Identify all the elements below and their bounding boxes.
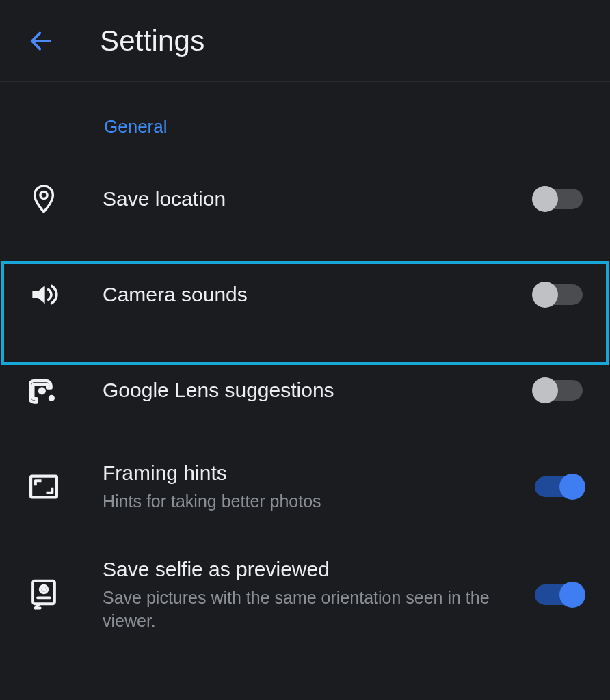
page-title: Settings <box>100 25 204 57</box>
row-label: Camera sounds <box>103 282 535 308</box>
row-label: Framing hints Hints for taking better ph… <box>103 460 535 513</box>
location-pin-icon <box>27 184 60 214</box>
titlebar: Settings <box>0 0 610 82</box>
svg-point-3 <box>49 395 55 401</box>
toggle-save-location[interactable] <box>535 189 583 209</box>
row-framing-hints[interactable]: Framing hints Hints for taking better ph… <box>0 438 610 535</box>
svg-point-7 <box>43 588 45 590</box>
row-subtitle: Hints for taking better photos <box>103 490 521 513</box>
toggle-knob <box>559 474 585 500</box>
back-button[interactable] <box>25 25 57 57</box>
arrow-left-icon <box>27 27 55 55</box>
row-title: Framing hints <box>103 460 521 486</box>
toggle-camera-sounds[interactable] <box>535 284 583 305</box>
toggle-framing-hints[interactable] <box>535 476 583 497</box>
row-subtitle: Save pictures with the same orientation … <box>103 587 521 633</box>
row-google-lens[interactable]: Google Lens suggestions <box>0 342 610 438</box>
row-title: Camera sounds <box>103 282 521 308</box>
row-label: Save location <box>103 186 535 212</box>
toggle-knob <box>559 582 585 608</box>
row-label: Save selfie as previewed Save pictures w… <box>103 556 535 632</box>
volume-icon <box>27 281 60 308</box>
row-title: Save selfie as previewed <box>103 556 521 582</box>
row-camera-sounds[interactable]: Camera sounds <box>0 247 610 342</box>
toggle-google-lens[interactable] <box>535 380 583 401</box>
toggle-save-selfie[interactable] <box>535 584 583 605</box>
toggle-knob <box>532 186 558 212</box>
row-save-selfie[interactable]: Save selfie as previewed Save pictures w… <box>0 535 610 654</box>
svg-rect-4 <box>31 476 57 497</box>
settings-screen: Settings General Save location Camera <box>0 0 610 700</box>
row-label: Google Lens suggestions <box>103 377 535 403</box>
section-header-general: General <box>0 82 610 151</box>
svg-point-2 <box>38 387 46 394</box>
toggle-knob <box>532 377 558 403</box>
lens-icon <box>27 376 60 405</box>
aspect-ratio-icon <box>27 474 60 499</box>
svg-point-1 <box>40 191 47 198</box>
row-title: Google Lens suggestions <box>103 377 521 403</box>
row-title: Save location <box>103 186 521 212</box>
selfie-mirror-icon <box>27 579 60 610</box>
toggle-knob <box>532 282 558 308</box>
row-save-location[interactable]: Save location <box>0 151 610 247</box>
